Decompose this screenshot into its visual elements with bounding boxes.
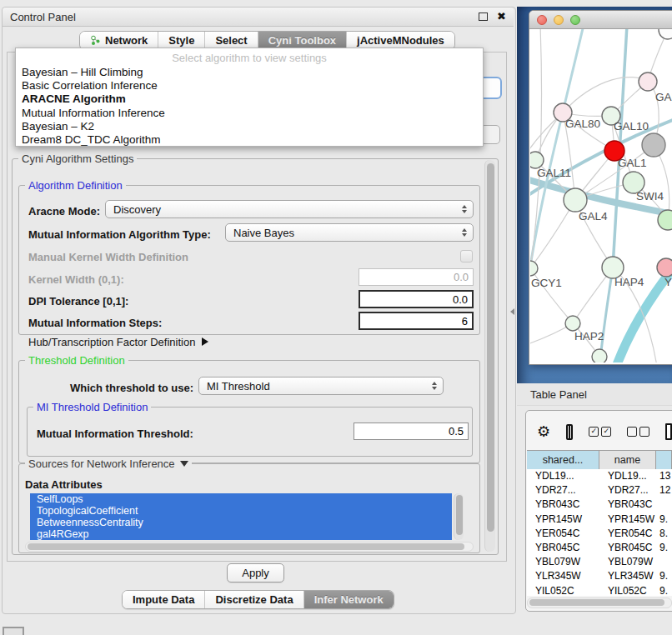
table-panel-title: Table Panel: [530, 388, 587, 401]
kernel-width-label: Kernel Width (0,1):: [28, 273, 124, 286]
attributes-hscrollbar-thumb[interactable]: [28, 543, 464, 550]
kernel-width-field: 0.0: [359, 268, 474, 286]
table-cell: YDL19...: [527, 469, 599, 483]
tab-infer-network[interactable]: Infer Network: [304, 591, 394, 608]
float-window-icon[interactable]: [479, 12, 488, 21]
show-columns-icon[interactable]: ✓✓: [589, 427, 611, 437]
gear-icon[interactable]: ⚙: [537, 424, 550, 439]
tab-impute-data[interactable]: Impute Data: [123, 591, 205, 608]
network-node-hap2[interactable]: [565, 316, 580, 331]
network-node-gal[interactable]: [639, 72, 657, 91]
attributes-scrollbar-thumb[interactable]: [456, 495, 463, 535]
algorithm-option-basic-correlation-inference[interactable]: Basic Correlation Inference: [16, 79, 483, 92]
algorithm-popup-list: Bayesian – Hill ClimbingBasic Correlatio…: [16, 66, 483, 147]
document-icon[interactable]: [665, 423, 672, 440]
network-node-swi4[interactable]: [658, 210, 672, 230]
attribute-item-betweennesscentrality[interactable]: BetweennessCentrality: [30, 517, 452, 528]
minimize-window-icon[interactable]: [554, 15, 564, 25]
network-node-gal4[interactable]: [564, 188, 587, 212]
dpi-tolerance-field[interactable]: 0.0: [359, 290, 474, 308]
table-cell: YBL079W: [599, 555, 656, 569]
column-header-shared[interactable]: shared...: [527, 451, 599, 469]
mi-algorithm-type-combobox[interactable]: Naive Bayes: [225, 223, 474, 242]
close-window-icon[interactable]: [537, 15, 547, 25]
network-canvas[interactable]: GALGAL80GAL10GAL11GAL1SWI4GAL4GCY1HAP4YH…: [530, 29, 672, 362]
table-row[interactable]: YPR145WYPR145W9.: [527, 512, 672, 527]
mi-threshold-definition-title: MI Threshold Definition: [33, 401, 151, 413]
attribute-item-topologicalcoefficient[interactable]: TopologicalCoefficient: [30, 505, 452, 517]
apply-button[interactable]: Apply: [227, 563, 284, 582]
minimized-panel-icon[interactable]: [3, 627, 24, 635]
table-cell: YLR345W: [527, 569, 599, 583]
table-row[interactable]: YER054CYER054C8.: [527, 527, 672, 541]
network-node-y[interactable]: [657, 258, 672, 277]
aracne-mode-combobox[interactable]: Discovery: [105, 200, 474, 218]
tab-cyni-toolbox[interactable]: Cyni Toolbox: [258, 32, 347, 49]
network-node[interactable]: [659, 29, 672, 39]
mi-threshold-label: Mutual Information Threshold:: [37, 428, 193, 440]
zoom-window-icon[interactable]: [570, 15, 580, 25]
network-node[interactable]: [642, 133, 665, 157]
algorithm-option-dream8-dc-tdc-algorithm[interactable]: Dream8 DC_TDC Algorithm: [16, 133, 483, 147]
tab-label: Style: [168, 34, 194, 47]
collapse-down-icon[interactable]: [180, 461, 188, 467]
split-view-icon[interactable]: [566, 424, 573, 440]
hub-definition-expander[interactable]: Hub/Transcription Factor Definition: [28, 335, 208, 348]
tab-style[interactable]: Style: [158, 32, 205, 49]
tab-label: Select: [215, 34, 247, 47]
bottom-tab-bar-wrap: Impute DataDiscretize DataInfer Network: [122, 590, 394, 609]
column-header-name[interactable]: name: [599, 451, 656, 469]
tab-network[interactable]: Network: [80, 32, 158, 49]
node-label-gal80: GAL80: [565, 118, 600, 130]
algorithm-option-bayesian-k2[interactable]: Bayesian – K2: [16, 120, 483, 133]
table-cell: 13: [656, 469, 672, 483]
which-threshold-value: MI Threshold: [207, 380, 270, 392]
attributes-scrollbar[interactable]: [454, 493, 464, 540]
table-hscrollbar-thumb[interactable]: [529, 599, 664, 606]
tab-label: Cyni Toolbox: [268, 34, 336, 47]
tab-select[interactable]: Select: [205, 32, 258, 49]
table-row[interactable]: YLR345WYLR345W9.: [527, 569, 672, 583]
settings-scrollbar[interactable]: [484, 160, 495, 552]
table-cell: YBR045C: [527, 541, 599, 555]
algorithm-dropdown-popup: Select algorithm to view settings Bayesi…: [15, 48, 484, 147]
network-window-titlebar[interactable]: [529, 11, 672, 29]
table-row[interactable]: YBR043CYBR043C: [527, 498, 672, 512]
table-cell: YLR345W: [599, 569, 656, 583]
attribute-item-gal4rgexp[interactable]: gal4RGexp: [30, 528, 452, 540]
table-cell: 9.: [656, 512, 672, 527]
tab-jactivemnodules[interactable]: jActiveMNodules: [347, 32, 454, 49]
tab-discretize-data[interactable]: Discretize Data: [205, 591, 303, 608]
network-node-gcy1[interactable]: [530, 261, 538, 276]
network-node[interactable]: [592, 349, 607, 362]
mi-steps-field[interactable]: 6: [359, 312, 474, 330]
algorithm-option-bayesian-hill-climbing[interactable]: Bayesian – Hill Climbing: [16, 66, 483, 79]
table-row[interactable]: YBR045CYBR045C9.: [527, 541, 672, 555]
combobox-stepper-icon: [462, 228, 467, 237]
splitter-handle-icon[interactable]: [510, 308, 514, 315]
mi-threshold-field[interactable]: 0.5: [354, 422, 469, 440]
table-row[interactable]: YDR27...YDR27...12: [527, 483, 672, 498]
attributes-hscrollbar[interactable]: [25, 542, 474, 552]
network-node-gal11[interactable]: [530, 152, 544, 168]
settings-scrollbar-thumb[interactable]: [487, 163, 494, 532]
data-attributes-list[interactable]: SelfLoopsTopologicalCoefficientBetweenne…: [30, 493, 452, 540]
table-cell: YIL052C: [527, 584, 599, 597]
which-threshold-combobox[interactable]: MI Threshold: [198, 377, 444, 395]
table-row[interactable]: YIL052CYIL052C9.: [527, 584, 672, 597]
algorithm-option-aracne-algorithm[interactable]: ARACNE Algorithm: [16, 92, 483, 106]
table-hscrollbar[interactable]: [527, 598, 672, 608]
close-panel-icon[interactable]: ✖: [497, 12, 506, 21]
dpi-tolerance-value: 0.0: [453, 293, 468, 306]
column-header-2[interactable]: [656, 451, 672, 469]
table-row[interactable]: YBL079WYBL079W: [527, 555, 672, 569]
table-cell: [656, 498, 672, 512]
table-row[interactable]: YDL19...YDL19...13: [527, 469, 672, 483]
aracne-mode-label: Aracne Mode:: [28, 205, 100, 218]
algorithm-option-mutual-information-inference[interactable]: Mutual Information Inference: [16, 107, 483, 120]
table-cell: YER054C: [527, 527, 599, 541]
network-nodes[interactable]: GALGAL80GAL10GAL11GAL1SWI4GAL4GCY1HAP4YH…: [530, 29, 672, 362]
table-cell: YDL19...: [599, 469, 656, 483]
attribute-item-selfloops[interactable]: SelfLoops: [30, 493, 452, 505]
hide-columns-icon[interactable]: [627, 427, 649, 437]
